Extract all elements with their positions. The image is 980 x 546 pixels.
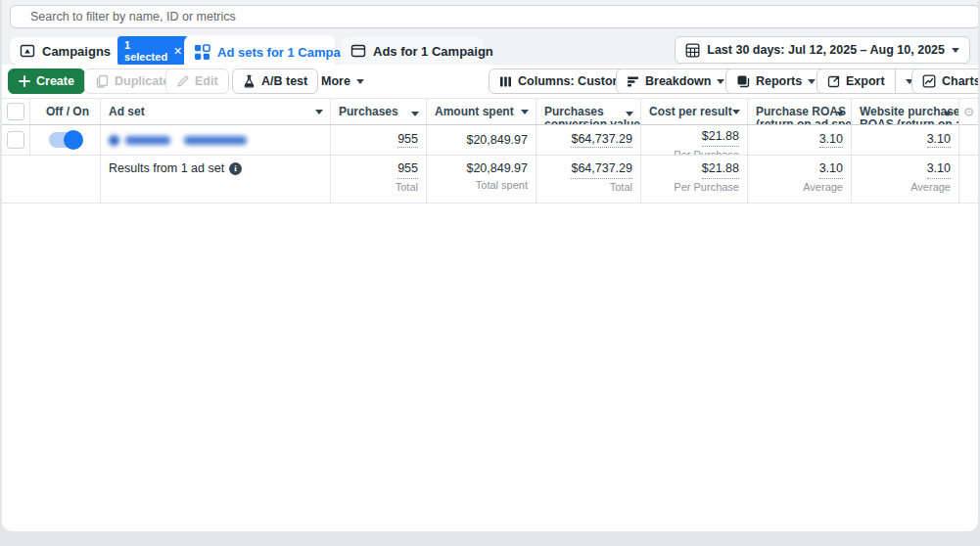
- summary-purchase-roas-cell: 3.10 Average: [748, 156, 852, 203]
- header-cost-per-result[interactable]: Cost per result: [641, 99, 748, 124]
- ad-sets-table: Off / On Ad set Purchases Amount spent P…: [2, 98, 978, 204]
- more-button[interactable]: More: [310, 68, 375, 94]
- row-select-cell: [2, 125, 30, 155]
- duplicate-label: Duplicate: [115, 74, 169, 88]
- ab-test-button[interactable]: A/B test: [232, 68, 318, 94]
- campaigns-selected-badge[interactable]: 1 selected ✕: [117, 36, 189, 66]
- sort-caret-icon[interactable]: [732, 110, 740, 114]
- charts-icon: [922, 74, 936, 88]
- charts-button[interactable]: Charts: [911, 68, 978, 94]
- summary-empty-cell: [30, 156, 101, 203]
- ad-set-on-toggle[interactable]: [49, 132, 82, 148]
- duplicate-icon: [95, 74, 109, 88]
- charts-label: Charts: [942, 74, 978, 88]
- toolbar: Create Duplicate Edit: [2, 65, 978, 98]
- sort-caret-icon[interactable]: [944, 112, 952, 116]
- date-range-label: Last 30 days: Jul 12, 2025 – Aug 10, 202…: [707, 43, 945, 57]
- tab-ads[interactable]: Ads for 1 Campaign: [341, 37, 484, 65]
- campaigns-selected-count: 1 selected: [124, 39, 167, 63]
- header-purchases-conversion-value[interactable]: Purchases conversion value: [537, 99, 641, 124]
- create-label: Create: [36, 74, 74, 88]
- date-range-button[interactable]: Last 30 days: Jul 12, 2025 – Aug 10, 202…: [675, 36, 970, 64]
- row-checkbox[interactable]: [7, 131, 24, 149]
- reports-label: Reports: [756, 74, 802, 88]
- summary-cost-per-result-cell: $21.88 Per Purchase: [641, 156, 748, 203]
- clear-selection-icon[interactable]: ✕: [173, 46, 182, 57]
- summary-empty-cell: [2, 156, 30, 203]
- campaigns-folder-icon: [20, 43, 35, 59]
- sort-caret-icon[interactable]: [411, 112, 419, 116]
- chevron-down-icon: [808, 79, 816, 84]
- reports-icon: [736, 74, 750, 88]
- export-split-button: Export: [817, 68, 924, 94]
- summary-settings-cell: [959, 156, 978, 203]
- info-icon[interactable]: i: [229, 162, 242, 175]
- header-off-on: Off / On: [30, 99, 101, 124]
- ads-frame-icon: [350, 43, 366, 59]
- breakdown-label: Breakdown: [645, 74, 711, 88]
- summary-purchases-value-cell: $64,737.29 Total: [537, 156, 641, 203]
- columns-label: Columns: Custom: [518, 74, 624, 88]
- tab-ad-sets-label: Ad sets for 1 Campaign: [217, 45, 359, 60]
- more-label: More: [321, 74, 350, 88]
- row-purchase-roas-cell: 3.10: [748, 125, 852, 155]
- header-purchase-roas[interactable]: Purchase ROAS (return on ad spend): [748, 99, 852, 124]
- calendar-icon: [685, 43, 700, 58]
- row-amount-spent-cell: $20,849.97: [427, 125, 537, 155]
- sort-caret-icon[interactable]: [521, 110, 529, 114]
- header-settings-cell: ⚙: [959, 99, 978, 124]
- chevron-down-icon: [717, 79, 724, 84]
- select-all-checkbox[interactable]: [7, 103, 24, 120]
- table-header-row: Off / On Ad set Purchases Amount spent P…: [2, 99, 978, 125]
- tab-ads-label: Ads for 1 Campaign: [373, 44, 493, 59]
- edit-label: Edit: [195, 74, 218, 88]
- pencil-icon: [176, 75, 189, 88]
- ab-test-label: A/B test: [261, 74, 307, 88]
- header-ad-set[interactable]: Ad set: [101, 99, 331, 124]
- sort-caret-icon[interactable]: [315, 110, 323, 114]
- header-purchases[interactable]: Purchases: [331, 99, 427, 124]
- flask-icon: [243, 74, 256, 88]
- row-purchases-cell: 955: [331, 125, 427, 155]
- export-icon: [827, 75, 840, 88]
- search-input[interactable]: [10, 5, 978, 28]
- select-all-cell: [2, 99, 30, 124]
- tab-campaigns[interactable]: Campaigns 1 selected ✕: [10, 37, 178, 65]
- export-label: Export: [846, 74, 885, 88]
- reports-button[interactable]: Reports: [725, 68, 826, 94]
- row-toggle-cell: [30, 125, 101, 155]
- row-website-roas-cell: 3.10: [852, 125, 959, 155]
- ads-manager-panel: Campaigns 1 selected ✕ Ad sets for 1 Cam…: [2, 0, 978, 531]
- chevron-down-icon: [356, 79, 364, 84]
- tab-ad-sets[interactable]: Ad sets for 1 Campaign: [184, 35, 335, 68]
- sort-caret-icon[interactable]: [626, 112, 633, 116]
- summary-label: Results from 1 ad set: [109, 161, 224, 175]
- breakdown-icon: [627, 75, 639, 88]
- tab-campaigns-label: Campaigns: [42, 44, 111, 59]
- summary-website-roas-cell: 3.10 Average: [852, 156, 959, 203]
- create-button[interactable]: Create: [8, 68, 85, 94]
- edit-button[interactable]: Edit: [165, 68, 229, 94]
- table-row: 955 $20,849.97 $64,737.29 $21.88 Per Pur…: [2, 125, 978, 156]
- status-dot: [109, 135, 119, 146]
- row-ad-set-name-cell[interactable]: [101, 125, 331, 155]
- export-button[interactable]: Export: [817, 69, 895, 93]
- summary-amount-spent-cell: $20,849.97 Total spent: [427, 156, 537, 203]
- ad-sets-grid-icon: [194, 44, 210, 61]
- header-amount-spent[interactable]: Amount spent: [427, 99, 537, 124]
- plus-icon: [19, 75, 30, 87]
- breakdown-button[interactable]: Breakdown: [616, 68, 735, 94]
- gear-icon[interactable]: ⚙: [963, 105, 975, 119]
- summary-label-cell: Results from 1 ad set i: [101, 156, 331, 203]
- row-purchases-value-cell: $64,737.29: [537, 125, 641, 155]
- blurred-ad-set-name: [101, 135, 247, 146]
- sort-caret-icon[interactable]: [836, 112, 844, 116]
- row-settings-cell: [959, 125, 978, 155]
- columns-icon: [499, 75, 512, 88]
- header-website-purchase-roas[interactable]: Website purchase ROAS (return on ad spen…: [852, 99, 959, 124]
- row-cost-per-result-cell: $21.88 Per Purchase: [641, 125, 748, 155]
- chevron-down-icon: [952, 48, 959, 53]
- summary-row: Results from 1 ad set i 955 Total $20,84…: [2, 156, 978, 204]
- summary-purchases-cell: 955 Total: [331, 156, 427, 203]
